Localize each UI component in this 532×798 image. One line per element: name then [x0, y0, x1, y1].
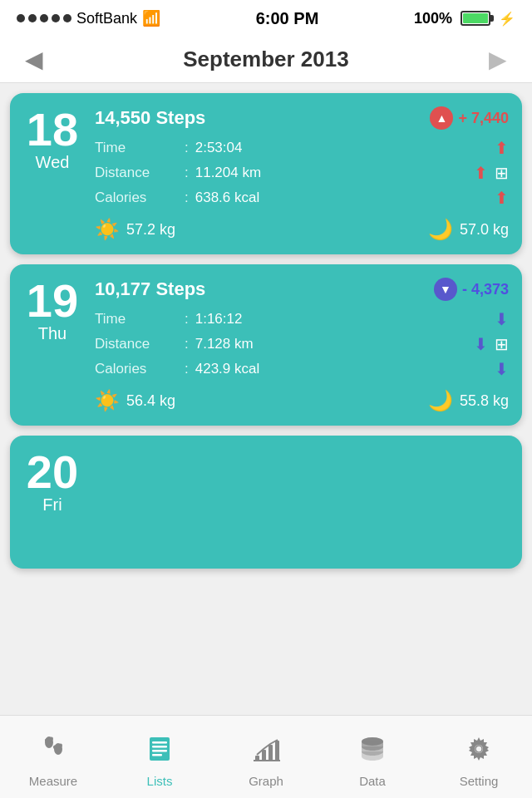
- battery-percent: 100%: [414, 10, 452, 27]
- tab-bar: Measure Lists Graph: [0, 715, 532, 798]
- svg-rect-12: [262, 750, 266, 761]
- svg-rect-8: [152, 746, 167, 748]
- tab-setting[interactable]: Setting: [426, 716, 532, 798]
- day-details-18: 14,550 Steps ▲ + 7,440 Time : 2:53:04 ⬆ …: [95, 106, 509, 241]
- day-number-20: 20: [27, 449, 78, 495]
- tab-lists-label: Lists: [147, 774, 173, 788]
- stat-calories-18: Calories : 638.6 kcal ⬆: [95, 188, 509, 208]
- diff-value-19: - 4,373: [462, 281, 509, 298]
- steps-diff-18: ▲ + 7,440: [430, 106, 509, 130]
- weight-night-value-18: 57.0 kg: [460, 221, 509, 239]
- calories-value-18: 638.6 kcal: [195, 190, 490, 206]
- svg-rect-6: [150, 737, 170, 761]
- graph-icon: [251, 734, 281, 771]
- distance-value-18: 11.204 km: [195, 165, 469, 181]
- distance-label-19: Distance: [95, 336, 178, 352]
- time-trend-19: ⬇: [495, 309, 509, 329]
- day-number-col-19: 19 Thu: [23, 278, 81, 412]
- signal-dots: [17, 14, 71, 22]
- diff-arrow-up-18: ▲: [430, 106, 453, 130]
- svg-rect-10: [152, 754, 162, 756]
- calories-label-18: Calories: [95, 190, 178, 206]
- gear-icon: [464, 734, 494, 771]
- data-icon: [357, 734, 387, 771]
- stat-calories-19: Calories : 423.9 kcal ⬇: [95, 359, 509, 379]
- tab-data-label: Data: [359, 774, 386, 788]
- day-card-18: 18 Wed 14,550 Steps ▲ + 7,440 Time : 2:5…: [10, 93, 522, 254]
- tab-lists[interactable]: Lists: [106, 716, 213, 798]
- day-details-19: 10,177 Steps ▼ - 4,373 Time : 1:16:12 ⬇ …: [95, 278, 509, 412]
- diff-arrow-down-19: ▼: [434, 278, 457, 301]
- time-trend-18: ⬆: [495, 138, 509, 158]
- nav-header: ◀ September 2013 ▶: [0, 37, 532, 83]
- next-month-button[interactable]: ▶: [480, 46, 515, 73]
- month-title: September 2013: [183, 47, 348, 72]
- status-left: SoftBank 📶: [17, 9, 160, 27]
- expand-icon-19[interactable]: ⊞: [495, 334, 509, 354]
- day-number-18: 18: [27, 106, 78, 153]
- svg-rect-7: [152, 741, 167, 744]
- time-label-19: Time: [95, 311, 178, 328]
- weather-night-icon-18: 🌙: [428, 218, 453, 241]
- stat-time-19: Time : 1:16:12 ⬇: [95, 309, 509, 329]
- calories-trend-19: ⬇: [495, 359, 509, 379]
- weight-night-18: 🌙 57.0 kg: [428, 218, 509, 241]
- distance-value-19: 7.128 km: [195, 336, 469, 352]
- day-card-20: 20 Fri: [10, 436, 522, 569]
- steps-count-18: 14,550 Steps: [95, 107, 205, 129]
- svg-rect-9: [152, 750, 167, 752]
- stat-distance-19: Distance : 7.128 km ⬇ ⊞: [95, 334, 509, 354]
- time-label-18: Time: [95, 140, 178, 156]
- steps-diff-19: ▼ - 4,373: [434, 278, 509, 301]
- diff-value-18: + 7,440: [458, 110, 509, 127]
- calories-trend-18: ⬆: [495, 188, 509, 208]
- time-label: 6:00 PM: [256, 9, 319, 28]
- main-content: 18 Wed 14,550 Steps ▲ + 7,440 Time : 2:5…: [0, 83, 532, 715]
- weight-morning-19: ☀️ 56.4 kg: [95, 389, 175, 412]
- prev-month-button[interactable]: ◀: [17, 46, 52, 73]
- tab-measure[interactable]: Measure: [0, 716, 106, 798]
- carrier-label: SoftBank: [76, 10, 137, 27]
- weather-morning-icon-18: ☀️: [95, 218, 120, 241]
- weather-night-icon-19: 🌙: [428, 389, 453, 412]
- expand-icon-18[interactable]: ⊞: [495, 163, 509, 183]
- time-value-18: 2:53:04: [195, 140, 490, 156]
- steps-row-19: 10,177 Steps ▼ - 4,373: [95, 278, 509, 301]
- weight-morning-18: ☀️ 57.2 kg: [95, 218, 175, 241]
- tab-measure-label: Measure: [29, 774, 77, 788]
- status-right: 100% ⚡: [414, 10, 515, 27]
- stat-time-18: Time : 2:53:04 ⬆: [95, 138, 509, 158]
- tab-graph[interactable]: Graph: [213, 716, 319, 798]
- tab-data[interactable]: Data: [319, 716, 426, 798]
- day-number-col-20: 20 Fri: [23, 449, 81, 555]
- weight-morning-value-19: 56.4 kg: [126, 392, 175, 410]
- lightning-icon: ⚡: [499, 11, 515, 27]
- wifi-icon: 📶: [142, 9, 160, 27]
- weight-row-18: ☀️ 57.2 kg 🌙 57.0 kg: [95, 218, 509, 241]
- weight-morning-value-18: 57.2 kg: [126, 221, 175, 239]
- tab-setting-label: Setting: [460, 774, 499, 788]
- battery-icon: [461, 11, 490, 26]
- svg-rect-14: [275, 741, 279, 761]
- day-name-18: Wed: [36, 153, 70, 172]
- footprint-icon: [38, 734, 68, 771]
- svg-rect-13: [268, 745, 273, 761]
- day-number-19: 19: [27, 278, 78, 324]
- list-icon: [145, 734, 175, 771]
- status-bar: SoftBank 📶 6:00 PM 100% ⚡: [0, 0, 532, 37]
- weight-night-value-19: 55.8 kg: [460, 392, 509, 410]
- weight-row-19: ☀️ 56.4 kg 🌙 55.8 kg: [95, 389, 509, 412]
- day-details-20: [95, 449, 509, 555]
- calories-label-19: Calories: [95, 361, 178, 377]
- day-card-19: 19 Thu 10,177 Steps ▼ - 4,373 Time : 1:1…: [10, 264, 522, 426]
- tab-graph-label: Graph: [249, 774, 283, 788]
- day-number-col-18: 18 Wed: [23, 106, 81, 241]
- distance-label-18: Distance: [95, 165, 178, 181]
- day-name-19: Thu: [38, 324, 66, 343]
- weight-night-19: 🌙 55.8 kg: [428, 389, 509, 412]
- stat-distance-18: Distance : 11.204 km ⬆ ⊞: [95, 163, 509, 183]
- steps-count-19: 10,177 Steps: [95, 278, 205, 300]
- distance-trend-18: ⬆: [474, 163, 488, 183]
- distance-trend-19: ⬇: [474, 334, 488, 354]
- steps-row-18: 14,550 Steps ▲ + 7,440: [95, 106, 509, 130]
